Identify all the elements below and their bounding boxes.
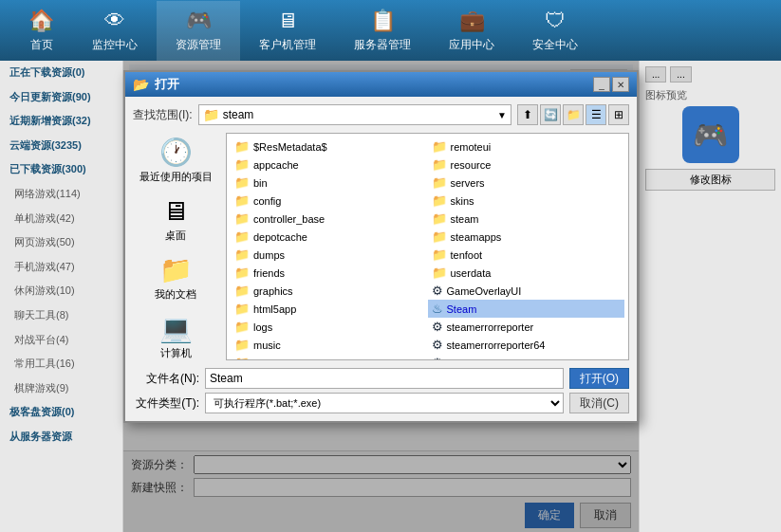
file-item[interactable]: 📁 skins bbox=[428, 192, 625, 210]
file-name: $ResMetadata$ bbox=[253, 141, 327, 153]
right-panel-btn1[interactable]: ... bbox=[645, 66, 666, 83]
file-item[interactable]: 📁 music bbox=[231, 336, 428, 354]
file-item[interactable]: 📁 config bbox=[231, 192, 428, 210]
sidebar-item[interactable]: 已下载资源(300) bbox=[0, 157, 122, 182]
nav-item-security[interactable]: 🛡安全中心 bbox=[513, 1, 597, 61]
dialog-close-btn[interactable]: ✕ bbox=[612, 77, 629, 92]
file-item[interactable]: 📁 logs bbox=[231, 318, 428, 336]
file-item[interactable]: 📁 userdata bbox=[428, 264, 625, 282]
file-item[interactable]: 📁 package bbox=[231, 354, 428, 360]
filetype-select[interactable]: 可执行程序(*.bat;*.exe) bbox=[205, 393, 564, 413]
sidebar-item[interactable]: 对战平台(4) bbox=[0, 328, 122, 353]
file-item[interactable]: 📁 graphics bbox=[231, 282, 428, 300]
file-name: tenfoot bbox=[451, 249, 483, 261]
file-item[interactable]: 📁 $ResMetadata$ bbox=[231, 138, 428, 156]
file-item[interactable]: 📁 bin bbox=[231, 174, 428, 192]
filetype-label: 文件类型(T): bbox=[133, 395, 199, 412]
sidebar-item[interactable]: 常用工具(16) bbox=[0, 352, 122, 376]
file-name: resource bbox=[451, 159, 492, 171]
sidebar-item[interactable]: 今日更新资源(90) bbox=[0, 85, 122, 110]
nav-item-client[interactable]: 🖥客户机管理 bbox=[240, 1, 335, 61]
folder-icon: 📁 bbox=[234, 139, 250, 154]
nav-item-server[interactable]: 📋服务器管理 bbox=[335, 1, 430, 61]
path-dropdown[interactable]: 📁 steam ▼ bbox=[198, 104, 511, 125]
sidebar-item[interactable]: 聊天工具(8) bbox=[0, 303, 122, 328]
nav-up-icon[interactable]: 🔄 bbox=[540, 104, 561, 125]
icon-preview-label: 图标预览 bbox=[645, 88, 775, 102]
nav-back-icon[interactable]: ⬆ bbox=[517, 104, 538, 125]
steam-exe-icon: ⚙ bbox=[432, 284, 443, 298]
filename-input[interactable] bbox=[205, 368, 564, 389]
new-folder-icon[interactable]: 📁 bbox=[563, 104, 584, 125]
modify-icon-button[interactable]: 修改图标 bbox=[645, 169, 775, 191]
cancel-button[interactable]: 取消(C) bbox=[569, 393, 629, 413]
file-name: steam bbox=[451, 213, 479, 225]
nav-item-monitor[interactable]: 👁监控中心 bbox=[73, 1, 157, 61]
file-item[interactable]: 📁 steamapps bbox=[428, 228, 625, 246]
qa-computer-icon: 💻 bbox=[159, 313, 193, 344]
right-panel-btn2[interactable]: ... bbox=[670, 66, 691, 83]
steam-exe-item[interactable]: ♨ Steam bbox=[428, 300, 625, 318]
file-item[interactable]: 📁 resource bbox=[428, 156, 625, 174]
nav-item-app[interactable]: 💼应用中心 bbox=[430, 1, 513, 61]
sidebar-item[interactable]: 棋牌游戏(9) bbox=[0, 376, 122, 401]
file-item[interactable]: 📁 controller_base bbox=[231, 210, 428, 228]
dialog-minimize-btn[interactable]: _ bbox=[593, 77, 610, 92]
file-name: steamapps bbox=[451, 231, 502, 243]
qa-documents[interactable]: 📁 我的文档 bbox=[133, 250, 218, 305]
icon-preview-box: 🎮 bbox=[682, 106, 739, 163]
file-item[interactable]: 📁 tenfoot bbox=[428, 246, 625, 264]
file-item[interactable]: ⚙ steamerrorreporter bbox=[428, 318, 625, 336]
file-item[interactable]: 📁 steam bbox=[428, 210, 625, 228]
dialog-main: 🕐 最近使用的项目 🖥 桌面 📁 我的文档 bbox=[133, 133, 629, 360]
qa-desktop-icon: 🖥 bbox=[162, 195, 189, 227]
folder-icon: 📁 bbox=[234, 284, 250, 298]
sidebar-item[interactable]: 近期新增资源(32) bbox=[0, 109, 122, 134]
nav-item-home[interactable]: 🏠首页 bbox=[9, 1, 73, 61]
file-name: package bbox=[253, 358, 293, 361]
file-item[interactable]: 📁 html5app bbox=[231, 300, 428, 318]
file-name: steamerrorreporter bbox=[447, 321, 534, 333]
qa-desktop[interactable]: 🖥 桌面 bbox=[133, 192, 218, 247]
open-button[interactable]: 打开(O) bbox=[569, 368, 629, 389]
file-item[interactable]: 📁 friends bbox=[231, 264, 428, 282]
sidebar-item[interactable]: 云端资源(3235) bbox=[0, 134, 122, 158]
icon-preview-glyph: 🎮 bbox=[693, 119, 728, 152]
file-item[interactable]: ⚙ SteamSetup bbox=[428, 354, 625, 360]
nav-item-resource[interactable]: 🎮资源管理 bbox=[157, 1, 240, 61]
folder-icon: 📁 bbox=[234, 211, 250, 226]
file-item[interactable]: 📁 depotcache bbox=[231, 228, 428, 246]
sidebar-item[interactable]: 网络游戏(114) bbox=[0, 182, 122, 207]
top-nav: 🏠首页👁监控中心🎮资源管理🖥客户机管理📋服务器管理💼应用中心🛡安全中心 bbox=[0, 0, 781, 61]
file-item[interactable]: ⚙ steamerrorreporter64 bbox=[428, 336, 625, 354]
file-name: servers bbox=[451, 177, 485, 189]
file-name: GameOverlayUI bbox=[447, 285, 522, 297]
filename-row: 文件名(N): 打开(O) bbox=[133, 368, 629, 389]
file-item[interactable]: ⚙ GameOverlayUI bbox=[428, 282, 625, 300]
folder-icon: 📁 bbox=[234, 338, 250, 352]
sidebar-item[interactable]: 休闲游戏(10) bbox=[0, 279, 122, 303]
folder-icon: 📁 bbox=[432, 193, 447, 208]
file-item[interactable]: 📁 servers bbox=[428, 174, 625, 192]
path-folder-icon: 📁 bbox=[203, 107, 219, 122]
sidebar-item[interactable]: 手机游戏(47) bbox=[0, 255, 122, 280]
file-name: appcache bbox=[253, 159, 299, 171]
file-name: userdata bbox=[451, 267, 492, 279]
file-item[interactable]: 📁 remoteui bbox=[428, 138, 625, 156]
sidebar-item[interactable]: 从服务器资源 bbox=[0, 425, 122, 449]
view-details-icon[interactable]: ⊞ bbox=[608, 104, 629, 125]
file-item[interactable]: 📁 dumps bbox=[231, 246, 428, 264]
sidebar-item[interactable]: 极客盘资源(0) bbox=[0, 400, 122, 425]
file-open-dialog-overlay: 📂 打开 _ ✕ 查找范围(I): 📁 steam ▼ bbox=[123, 61, 639, 532]
qa-computer[interactable]: 💻 计算机 bbox=[133, 309, 218, 360]
path-dropdown-arrow: ▼ bbox=[497, 110, 507, 120]
view-list-icon[interactable]: ☰ bbox=[586, 104, 606, 125]
sidebar-item[interactable]: 正在下载资源(0) bbox=[0, 61, 122, 85]
file-item[interactable]: 📁 appcache bbox=[231, 156, 428, 174]
qa-recent[interactable]: 🕐 最近使用的项目 bbox=[133, 133, 218, 188]
file-name: dumps bbox=[253, 249, 285, 261]
sidebar-item[interactable]: 单机游戏(42) bbox=[0, 207, 122, 231]
sidebar-item[interactable]: 网页游戏(50) bbox=[0, 230, 122, 255]
file-name: music bbox=[253, 339, 281, 351]
file-name: graphics bbox=[253, 285, 293, 297]
